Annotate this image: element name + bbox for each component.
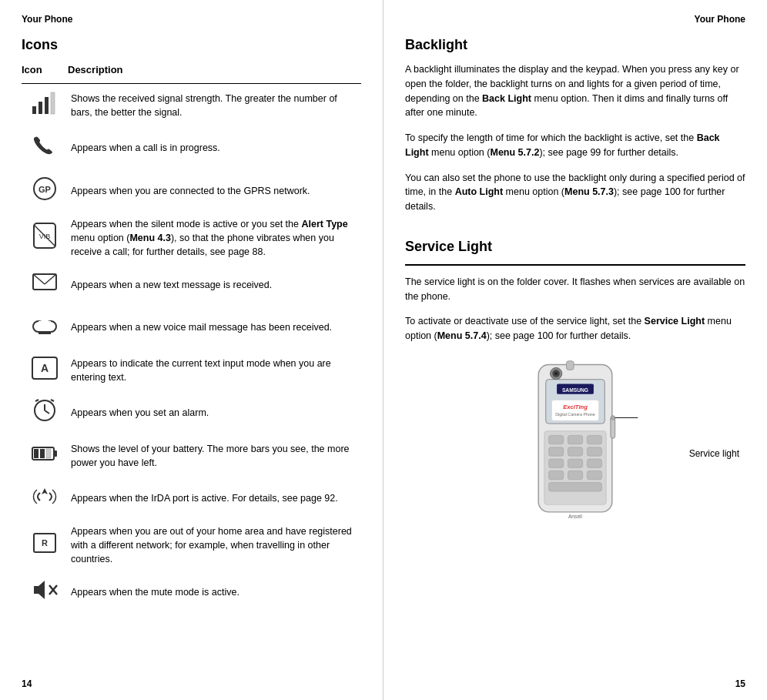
svg-point-43 [554, 372, 558, 375]
icon-description: Appears to indicate the current text inp… [68, 349, 361, 392]
service-light-para-1: The service light is on the folder cover… [405, 275, 745, 304]
signal-strength-icon [22, 84, 68, 127]
phone-image-container: SAMSUNG ExciTing Digital Camera Phone [405, 357, 745, 527]
new-text-message-icon [22, 263, 68, 306]
backlight-para-1: A backlight illuminates the display and … [405, 62, 745, 120]
svg-text:ExciTing: ExciTing [563, 404, 588, 410]
svg-rect-14 [39, 321, 51, 332]
svg-rect-0 [32, 106, 36, 114]
table-row: VIBAppears when the silent mode is activ… [22, 213, 361, 263]
svg-rect-47 [587, 435, 601, 444]
service-light-para-2: To activate or deactivate use of the ser… [405, 314, 745, 343]
svg-rect-1 [39, 102, 42, 114]
backlight-para-3: You can also set the phone to use the ba… [405, 171, 745, 214]
svg-text:GP: GP [39, 185, 51, 194]
alarm-icon [22, 391, 68, 434]
table-row: Appears when the IrDA port is active. Fo… [22, 477, 361, 520]
service-light-text: Service light [689, 448, 739, 459]
icon-description: Appears when the silent mode is active o… [68, 213, 361, 263]
icon-description: Appears when you are connected to the GP… [68, 169, 361, 213]
svg-rect-55 [568, 471, 582, 479]
icon-description: Appears when you set an alarm. [68, 391, 361, 434]
icon-description: Shows the received signal strength. The … [68, 84, 361, 127]
text-input-mode-icon: A [22, 349, 68, 392]
svg-text:Ansell: Ansell [568, 513, 583, 518]
desc-col-header: Description [68, 64, 361, 84]
table-row: Shows the level of your battery. The mor… [22, 434, 361, 477]
mute-mode-icon [22, 571, 68, 614]
svg-line-8 [34, 225, 55, 246]
svg-rect-57 [549, 482, 602, 491]
gprs-icon: GP [22, 169, 68, 213]
table-row: GPAppears when you are connected to the … [22, 169, 361, 213]
svg-point-59 [611, 415, 615, 420]
svg-rect-34 [567, 361, 574, 370]
svg-text:A: A [41, 362, 49, 374]
svg-rect-27 [46, 449, 51, 458]
svg-rect-56 [587, 471, 601, 479]
svg-rect-24 [54, 450, 57, 457]
svg-line-11 [45, 274, 56, 284]
backlight-para-2: To specify the length of time for which … [405, 131, 745, 160]
right-header: Your Phone [405, 14, 745, 25]
svg-rect-25 [34, 449, 39, 458]
svg-line-10 [33, 274, 45, 284]
svg-rect-50 [587, 447, 601, 455]
roaming-icon: R [22, 520, 68, 571]
new-voice-mail-icon [22, 306, 68, 349]
svg-rect-26 [40, 449, 45, 458]
icon-description: Appears when the IrDA port is active. Fo… [68, 477, 361, 520]
icon-description: Appears when a new voice mail message ha… [68, 306, 361, 349]
svg-line-22 [51, 400, 54, 401]
svg-rect-46 [568, 435, 582, 444]
svg-marker-30 [34, 581, 45, 599]
table-row: Appears when a new voice mail message ha… [22, 306, 361, 349]
table-row: RAppears when you are out of your home a… [22, 520, 361, 571]
left-page: Your Phone Icons Icon Description Shows … [0, 0, 384, 700]
svg-rect-15 [39, 331, 51, 334]
right-page: Your Phone Backlight A backlight illumin… [384, 0, 767, 700]
table-row: Appears when the mute mode is active. [22, 571, 361, 614]
table-row: Appears when a call is in progress. [22, 127, 361, 170]
irda-port-icon [22, 477, 68, 520]
icon-description: Appears when a new text message is recei… [68, 263, 361, 306]
icon-description: Shows the level of your battery. The mor… [68, 434, 361, 477]
backlight-title: Backlight [405, 37, 745, 53]
left-page-number: 14 [22, 678, 32, 689]
icon-description: Appears when a call is in progress. [68, 127, 361, 170]
icons-table: Icon Description Shows the received sign… [22, 64, 361, 614]
icon-description: Appears when you are out of your home ar… [68, 520, 361, 571]
table-row: Appears when a new text message is recei… [22, 263, 361, 306]
right-page-number: 15 [735, 678, 745, 689]
icon-col-header: Icon [22, 64, 68, 84]
table-row: Shows the received signal strength. The … [22, 84, 361, 127]
svg-text:Digital Camera Phone: Digital Camera Phone [555, 411, 595, 416]
svg-rect-49 [568, 447, 582, 455]
phone-diagram: SAMSUNG ExciTing Digital Camera Phone [498, 357, 652, 527]
service-light-label: Service light [689, 448, 739, 459]
svg-rect-45 [549, 435, 564, 444]
svg-rect-52 [568, 459, 582, 467]
svg-line-21 [35, 400, 39, 401]
svg-rect-48 [549, 447, 564, 455]
svg-rect-2 [45, 97, 49, 114]
svg-rect-51 [549, 459, 564, 467]
table-row: Appears when you set an alarm. [22, 391, 361, 434]
icon-description: Appears when the mute mode is active. [68, 571, 361, 614]
table-row: AAppears to indicate the current text in… [22, 349, 361, 392]
service-light-section: Service Light The service light is on th… [405, 239, 745, 527]
section-divider [405, 264, 745, 266]
backlight-section: Backlight A backlight illuminates the di… [405, 37, 745, 214]
battery-level-icon [22, 434, 68, 477]
call-in-progress-icon [22, 127, 68, 170]
silent-mode-icon: VIB [22, 213, 68, 263]
service-light-title: Service Light [405, 239, 745, 255]
svg-text:R: R [42, 538, 48, 548]
svg-rect-54 [549, 471, 564, 479]
icons-section-title: Icons [22, 37, 361, 53]
svg-rect-3 [51, 92, 55, 114]
left-header: Your Phone [22, 14, 361, 25]
svg-rect-53 [587, 459, 601, 467]
svg-text:SAMSUNG: SAMSUNG [562, 387, 588, 393]
svg-line-20 [45, 410, 49, 414]
